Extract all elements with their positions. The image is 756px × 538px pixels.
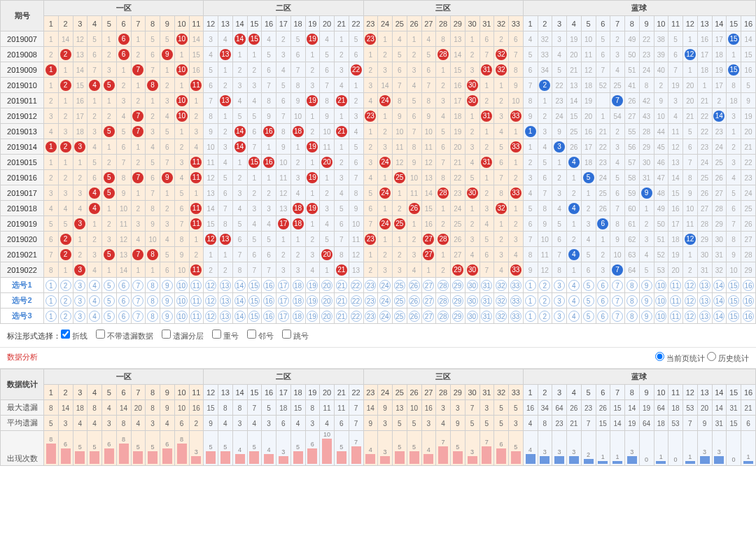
selection-cell[interactable]: 19 bbox=[305, 293, 320, 309]
selection-cell[interactable]: 25 bbox=[393, 309, 407, 324]
selection-cell[interactable]: 23 bbox=[363, 293, 378, 309]
selection-cell[interactable]: 7 bbox=[131, 309, 146, 324]
option-checkbox[interactable] bbox=[212, 330, 221, 339]
selection-cell[interactable]: 28 bbox=[436, 309, 451, 324]
option-checkbox[interactable] bbox=[96, 330, 105, 339]
selection-cell[interactable]: 21 bbox=[335, 309, 349, 324]
selection-cell[interactable]: 28 bbox=[436, 278, 451, 293]
selection-cell[interactable]: 9 bbox=[639, 278, 654, 293]
selection-cell[interactable]: 12 bbox=[683, 278, 698, 293]
selection-cell[interactable]: 15 bbox=[247, 278, 262, 293]
stats-radio[interactable]: 当前页统计 bbox=[655, 354, 705, 362]
selection-cell[interactable]: 6 bbox=[596, 278, 610, 293]
selection-cell[interactable]: 1 bbox=[523, 309, 538, 324]
selection-cell[interactable]: 20 bbox=[320, 293, 335, 309]
selection-cell[interactable]: 3 bbox=[73, 309, 88, 324]
selection-cell[interactable]: 16 bbox=[262, 278, 276, 293]
selection-cell[interactable]: 27 bbox=[421, 309, 436, 324]
selection-cell[interactable]: 18 bbox=[290, 278, 305, 293]
option-item[interactable]: 折线 bbox=[61, 332, 88, 340]
selection-cell[interactable]: 33 bbox=[509, 309, 524, 324]
selection-cell[interactable]: 9 bbox=[160, 278, 175, 293]
stats-radio[interactable]: 历史统计 bbox=[707, 354, 749, 362]
selection-cell[interactable]: 14 bbox=[232, 278, 247, 293]
selection-cell[interactable]: 23 bbox=[363, 309, 378, 324]
selection-cell[interactable]: 12 bbox=[204, 278, 218, 293]
selection-cell[interactable]: 30 bbox=[465, 309, 479, 324]
selection-cell[interactable]: 28 bbox=[436, 293, 451, 309]
selection-cell[interactable]: 17 bbox=[276, 293, 291, 309]
selection-cell[interactable]: 16 bbox=[262, 293, 276, 309]
selection-cell[interactable]: 2 bbox=[58, 309, 73, 324]
selection-cell[interactable]: 1 bbox=[44, 278, 59, 293]
selection-cell[interactable]: 10 bbox=[654, 309, 668, 324]
option-checkbox[interactable] bbox=[247, 330, 256, 339]
selection-cell[interactable]: 17 bbox=[276, 278, 291, 293]
selection-cell[interactable]: 13 bbox=[218, 278, 233, 293]
selection-cell[interactable]: 23 bbox=[363, 278, 378, 293]
selection-cell[interactable]: 10 bbox=[174, 293, 189, 309]
selection-cell[interactable]: 14 bbox=[232, 293, 247, 309]
selection-cell[interactable]: 7 bbox=[131, 278, 146, 293]
selection-cell[interactable]: 1 bbox=[523, 293, 538, 309]
selection-cell[interactable]: 15 bbox=[727, 278, 741, 293]
selection-cell[interactable]: 29 bbox=[451, 293, 465, 309]
selection-cell[interactable]: 26 bbox=[407, 278, 421, 293]
selection-cell[interactable]: 8 bbox=[625, 278, 640, 293]
option-item[interactable]: 不带遗漏数据 bbox=[96, 332, 153, 340]
selection-cell[interactable]: 25 bbox=[393, 278, 407, 293]
option-item[interactable]: 跳号 bbox=[282, 332, 309, 340]
selection-cell[interactable]: 4 bbox=[567, 293, 582, 309]
selection-cell[interactable]: 3 bbox=[552, 309, 567, 324]
selection-cell[interactable]: 13 bbox=[697, 293, 712, 309]
selection-cell[interactable]: 12 bbox=[683, 293, 698, 309]
selection-cell[interactable]: 13 bbox=[697, 309, 712, 324]
selection-cell[interactable]: 30 bbox=[465, 293, 479, 309]
selection-cell[interactable]: 4 bbox=[88, 278, 102, 293]
selection-cell[interactable]: 7 bbox=[610, 309, 625, 324]
selection-cell[interactable]: 19 bbox=[305, 309, 320, 324]
selection-cell[interactable]: 4 bbox=[567, 278, 582, 293]
selection-cell[interactable]: 14 bbox=[712, 278, 727, 293]
selection-cell[interactable]: 5 bbox=[581, 309, 596, 324]
selection-cell[interactable]: 13 bbox=[697, 278, 712, 293]
selection-cell[interactable]: 29 bbox=[451, 278, 465, 293]
selection-cell[interactable]: 8 bbox=[146, 293, 160, 309]
selection-cell[interactable]: 11 bbox=[668, 309, 683, 324]
selection-cell[interactable]: 12 bbox=[683, 309, 698, 324]
selection-cell[interactable]: 22 bbox=[349, 309, 363, 324]
selection-cell[interactable]: 15 bbox=[247, 309, 262, 324]
selection-cell[interactable]: 3 bbox=[73, 278, 88, 293]
selection-cell[interactable]: 18 bbox=[290, 293, 305, 309]
selection-cell[interactable]: 9 bbox=[160, 293, 175, 309]
selection-cell[interactable]: 1 bbox=[523, 278, 538, 293]
selection-cell[interactable]: 14 bbox=[712, 309, 727, 324]
selection-cell[interactable]: 16 bbox=[741, 309, 756, 324]
selection-cell[interactable]: 3 bbox=[552, 278, 567, 293]
option-checkbox[interactable] bbox=[61, 330, 70, 339]
selection-cell[interactable]: 11 bbox=[668, 278, 683, 293]
selection-cell[interactable]: 8 bbox=[146, 278, 160, 293]
selection-cell[interactable]: 2 bbox=[538, 293, 552, 309]
selection-cell[interactable]: 4 bbox=[88, 293, 102, 309]
selection-cell[interactable]: 5 bbox=[102, 309, 117, 324]
selection-cell[interactable]: 8 bbox=[625, 293, 640, 309]
selection-cell[interactable]: 33 bbox=[509, 293, 524, 309]
selection-cell[interactable]: 21 bbox=[335, 293, 349, 309]
option-checkbox[interactable] bbox=[162, 330, 171, 339]
selection-cell[interactable]: 26 bbox=[407, 309, 421, 324]
selection-cell[interactable]: 11 bbox=[189, 309, 204, 324]
selection-cell[interactable]: 22 bbox=[349, 293, 363, 309]
selection-cell[interactable]: 10 bbox=[174, 309, 189, 324]
selection-cell[interactable]: 21 bbox=[335, 278, 349, 293]
selection-cell[interactable]: 5 bbox=[581, 293, 596, 309]
selection-cell[interactable]: 15 bbox=[247, 293, 262, 309]
selection-cell[interactable]: 16 bbox=[741, 293, 756, 309]
selection-cell[interactable]: 7 bbox=[610, 278, 625, 293]
selection-cell[interactable]: 11 bbox=[189, 278, 204, 293]
selection-cell[interactable]: 33 bbox=[509, 278, 524, 293]
selection-cell[interactable]: 32 bbox=[494, 309, 509, 324]
selection-cell[interactable]: 31 bbox=[479, 278, 494, 293]
selection-cell[interactable]: 17 bbox=[276, 309, 291, 324]
selection-cell[interactable]: 14 bbox=[232, 309, 247, 324]
